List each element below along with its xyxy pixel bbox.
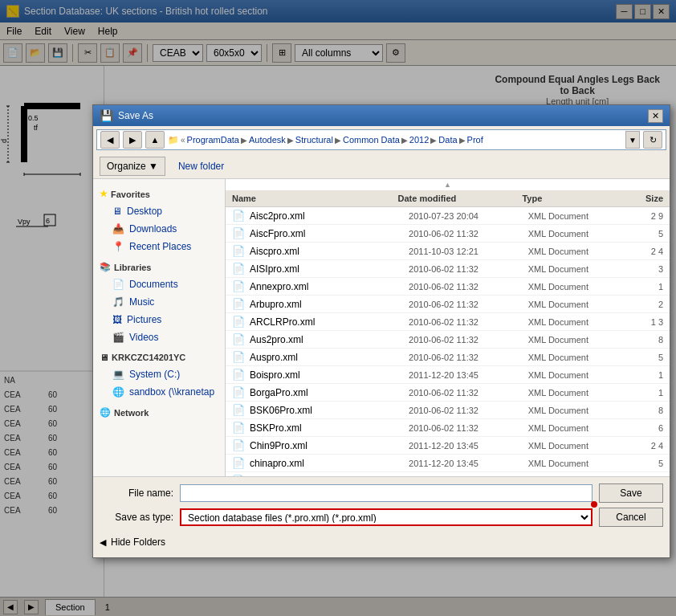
addr-nav-icon: «	[181, 136, 185, 145]
filename-label: File name:	[100, 487, 180, 499]
addr-breadcrumb-icon: 📁	[168, 135, 179, 145]
addr-commondata[interactable]: Common Data	[343, 135, 400, 145]
network-drive-icon: 🌐	[112, 386, 124, 398]
recent-icon: 📍	[112, 241, 124, 252]
save-dialog-button[interactable]: Save	[599, 483, 663, 503]
xml-file-icon: 📄	[232, 227, 245, 239]
xml-file-icon: 📄	[232, 404, 245, 416]
up-button[interactable]: ▲	[145, 131, 165, 149]
addr-programdata[interactable]: ProgramData	[187, 135, 239, 145]
filename-input[interactable]	[180, 484, 593, 502]
xml-file-icon: 📄	[232, 422, 245, 434]
libraries-header[interactable]: 📚 Libraries	[93, 259, 225, 275]
addr-data[interactable]: Data	[438, 135, 457, 145]
table-row[interactable]: 📄 Aisc2pro.xml 2010-07-23 20:04 XML Docu…	[226, 207, 670, 225]
nav-item-sandbox[interactable]: 🌐 sandbox (\\kranetap	[93, 383, 225, 401]
dialog-close-button[interactable]: ✕	[648, 109, 663, 123]
table-row[interactable]: 📄 Boispro.xml 2011-12-20 13:45 XML Docum…	[226, 366, 670, 384]
table-row[interactable]: 📄 Cisc9pro.xml 2011-12-20 13:45 XML Docu…	[226, 472, 670, 476]
table-row[interactable]: 📄 Auspro.xml 2010-06-02 11:32 XML Docume…	[226, 349, 670, 366]
table-row[interactable]: 📄 Aus2pro.xml 2010-06-02 11:32 XML Docum…	[226, 331, 670, 349]
nav-item-music[interactable]: 🎵 Music	[93, 293, 225, 311]
table-row[interactable]: 📄 BSK06Pro.xml 2010-06-02 11:32 XML Docu…	[226, 402, 670, 419]
savetype-combo[interactable]: Section database files (*.pro.xml) (*.pr…	[180, 508, 593, 526]
file-list: ▲ Name Date modified Type Size 📄 Aisc2pr…	[226, 179, 670, 476]
favorites-label: Favorites	[111, 190, 150, 199]
addr-2012[interactable]: 2012	[409, 135, 429, 145]
table-row[interactable]: 📄 Annexpro.xml 2010-06-02 11:32 XML Docu…	[226, 278, 670, 296]
network-header[interactable]: 🌐 Network	[93, 404, 225, 421]
pictures-icon: 🖼	[112, 314, 122, 325]
xml-file-icon: 📄	[232, 245, 245, 257]
forward-button[interactable]: ▶	[123, 131, 142, 149]
savetype-row: Save as type: Section database files (*.…	[100, 508, 663, 527]
table-row[interactable]: 📄 BorgaPro.xml 2010-06-02 11:32 XML Docu…	[226, 384, 670, 402]
col-size-header[interactable]: Size	[621, 194, 663, 203]
hide-folders-label: Hide Folders	[111, 536, 165, 548]
xml-file-icon: 📄	[232, 386, 245, 398]
hide-folders-row[interactable]: ◀ Hide Folders	[100, 533, 663, 551]
computer-icon: 🖥	[100, 353, 108, 362]
col-name-header[interactable]: Name	[232, 194, 398, 203]
downloads-icon: 📥	[112, 223, 124, 235]
cancel-dialog-button[interactable]: Cancel	[599, 508, 663, 527]
music-icon: 🎵	[112, 296, 124, 308]
table-row[interactable]: 📄 Arbupro.xml 2010-06-02 11:32 XML Docum…	[226, 296, 670, 313]
xml-file-icon: 📄	[232, 263, 245, 275]
xml-file-icon: 📄	[232, 280, 245, 292]
addr-prof[interactable]: Prof	[467, 135, 483, 145]
filename-row: File name: Save	[100, 483, 663, 503]
drive-icon: 💻	[112, 369, 124, 380]
computer-section: 🖥 KRKCZC14201YC 💻 System (C:) 🌐 sandbox …	[93, 349, 225, 401]
table-row[interactable]: 📄 Aiscpro.xml 2011-10-03 12:21 XML Docum…	[226, 243, 670, 260]
documents-icon: 📄	[112, 279, 124, 290]
computer-header[interactable]: 🖥 KRKCZC14201YC	[93, 349, 225, 365]
library-icon: 📚	[100, 262, 111, 272]
dialog-toolbar: Organize ▼ New folder	[93, 153, 670, 179]
xml-file-icon: 📄	[232, 316, 245, 328]
xml-file-icon: 📄	[232, 210, 245, 222]
xml-file-icon: 📄	[232, 369, 245, 381]
nav-item-documents[interactable]: 📄 Documents	[93, 275, 225, 293]
file-browser: ★ Favorites 🖥 Desktop 📥 Downloads 📍 Rece…	[93, 179, 670, 476]
favorites-header[interactable]: ★ Favorites	[93, 186, 225, 202]
refresh-button[interactable]: ↻	[643, 131, 662, 149]
table-row[interactable]: 📄 BSKPro.xml 2010-06-02 11:32 XML Docume…	[226, 419, 670, 437]
nav-panel: ★ Favorites 🖥 Desktop 📥 Downloads 📍 Rece…	[93, 179, 226, 476]
star-icon: ★	[100, 189, 108, 199]
back-button[interactable]: ◀	[100, 131, 120, 149]
nav-item-videos[interactable]: 🎬 Videos	[93, 328, 225, 346]
red-dot-indicator	[591, 501, 597, 508]
address-bar: ◀ ▶ ▲ 📁 « ProgramData ▶ Autodesk ▶ Struc…	[96, 129, 666, 150]
table-row[interactable]: 📄 AiscFpro.xml 2010-06-02 11:32 XML Docu…	[226, 225, 670, 243]
address-path[interactable]: 📁 « ProgramData ▶ Autodesk ▶ Structural …	[168, 135, 622, 145]
addr-structural[interactable]: Structural	[295, 135, 333, 145]
desktop-icon: 🖥	[112, 206, 122, 217]
table-row[interactable]: 📄 Chin9Pro.xml 2011-12-20 13:45 XML Docu…	[226, 437, 670, 455]
save-as-dialog: 💾 Save As ✕ ◀ ▶ ▲ 📁 « ProgramData ▶ Auto…	[92, 104, 670, 558]
nav-item-systemc[interactable]: 💻 System (C:)	[93, 365, 225, 383]
videos-icon: 🎬	[112, 332, 124, 343]
xml-file-icon: 📄	[232, 439, 245, 451]
new-folder-button[interactable]: New folder	[172, 157, 230, 176]
nav-item-desktop[interactable]: 🖥 Desktop	[93, 202, 225, 220]
xml-file-icon: 📄	[232, 475, 245, 476]
table-row[interactable]: 📄 AISIpro.xml 2010-06-02 11:32 XML Docum…	[226, 260, 670, 278]
nav-item-downloads[interactable]: 📥 Downloads	[93, 220, 225, 238]
dialog-icon: 💾	[100, 109, 113, 122]
addr-autodesk[interactable]: Autodesk	[249, 135, 286, 145]
xml-file-icon: 📄	[232, 333, 245, 345]
col-date-header[interactable]: Date modified	[398, 194, 523, 203]
libraries-section: 📚 Libraries 📄 Documents 🎵 Music 🖼 Pictur…	[93, 259, 225, 346]
table-row[interactable]: 📄 ARCLRPro.xml 2010-06-02 11:32 XML Docu…	[226, 313, 670, 331]
dialog-title-text: Save As	[118, 110, 153, 121]
nav-item-recent[interactable]: 📍 Recent Places	[93, 238, 225, 255]
network-icon: 🌐	[100, 407, 111, 418]
organize-button[interactable]: Organize ▼	[100, 157, 165, 176]
nav-item-pictures[interactable]: 🖼 Pictures	[93, 311, 225, 328]
col-type-header[interactable]: Type	[522, 194, 621, 203]
file-list-header: Name Date modified Type Size	[226, 190, 670, 207]
address-dropdown-button[interactable]: ▼	[625, 131, 640, 149]
table-row[interactable]: 📄 chinapro.xml 2011-12-20 13:45 XML Docu…	[226, 455, 670, 472]
dialog-title-bar: 💾 Save As ✕	[93, 105, 670, 126]
